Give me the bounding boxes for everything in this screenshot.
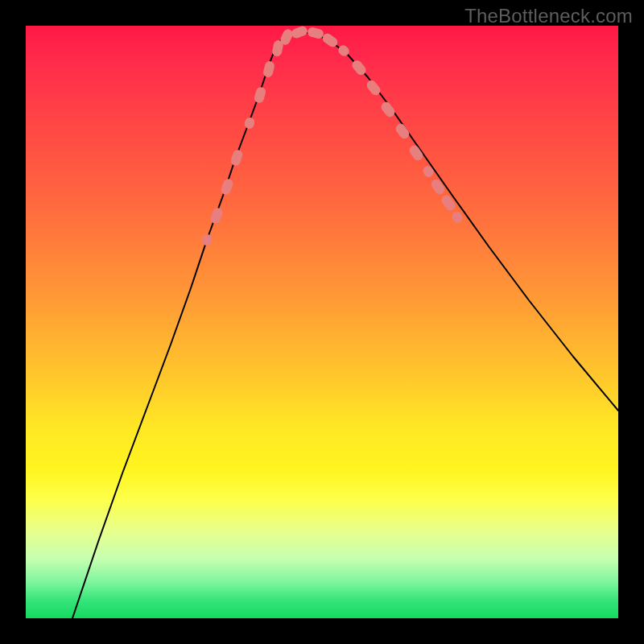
curve-path [72,32,618,618]
curve-marker [450,210,464,225]
curve-marker [394,122,411,140]
curve-marker [440,193,456,212]
curve-marker [262,60,275,78]
bottleneck-curve [26,26,618,618]
curve-marker [253,86,266,105]
curve-marker [379,100,397,118]
watermark-text: TheBottleneck.com [464,5,633,27]
curve-marker [429,177,446,196]
curve-marker [200,233,213,246]
curve-marker [220,178,234,196]
curve-marker [421,164,436,179]
chart-frame: TheBottleneck.com [0,0,644,644]
plot-area [26,26,618,618]
curve-marker [229,149,244,167]
curve-marker [291,25,309,39]
curve-marker [243,117,256,130]
curve-marker [209,206,225,225]
